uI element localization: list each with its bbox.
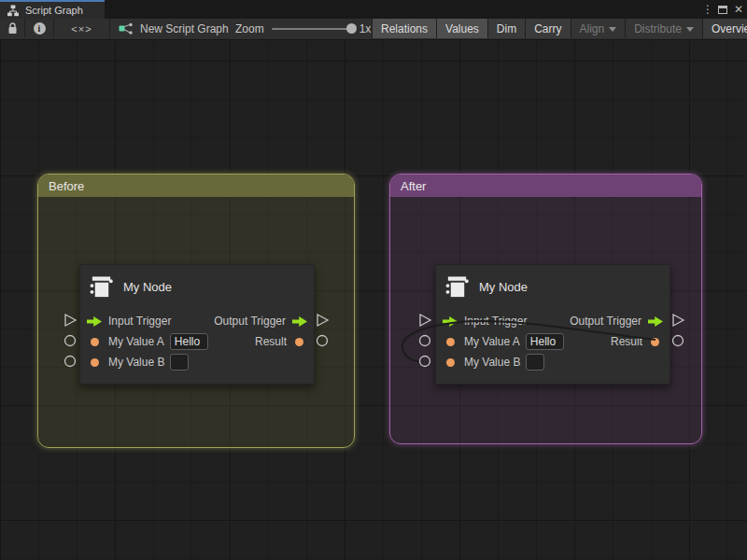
maximize-icon[interactable] <box>718 6 727 14</box>
lock-icon <box>7 22 18 35</box>
inspect-code-button[interactable]: <×> <box>54 19 110 38</box>
value-port-icon <box>446 338 455 346</box>
unit-node-icon <box>444 274 470 300</box>
unit-node-icon <box>89 274 114 300</box>
port-label-input-trigger: Input Trigger <box>464 315 527 328</box>
distribute-button[interactable]: Distribute <box>625 19 702 38</box>
value-b-row: My Value B <box>436 352 669 372</box>
port-label-value-a: My Value A <box>108 335 164 348</box>
zoom-control: Zoom 1x <box>235 19 371 38</box>
overview-button[interactable]: Overview <box>702 19 747 38</box>
value-port-icon <box>651 338 659 346</box>
lock-button[interactable] <box>0 19 25 38</box>
node-title: My Node <box>123 280 172 294</box>
trigger-row: Input Trigger Output Trigger <box>436 311 669 331</box>
value-b-row: My Value B <box>80 352 314 372</box>
node-header[interactable]: My Node <box>80 265 314 308</box>
group-before-header[interactable]: Before <box>38 175 354 197</box>
flow-output-icon <box>648 316 663 327</box>
graph-canvas[interactable]: Before After My Node <box>0 40 747 560</box>
toolbar-toggle-buttons: Relations Values Dim Carry Align Distrib… <box>372 19 747 38</box>
value-a-row: My Value A Result <box>80 331 314 352</box>
tab-label: Script Graph <box>25 5 83 16</box>
tab-script-graph[interactable]: Script Graph <box>0 0 105 19</box>
node-title: My Node <box>479 280 528 294</box>
port-label-value-b: My Value B <box>108 356 164 369</box>
port-label-input-trigger: Input Trigger <box>108 315 171 328</box>
port-label-output-trigger: Output Trigger <box>214 315 286 328</box>
port-label-result: Result <box>255 335 287 348</box>
node-my-node-after[interactable]: My Node Input Trigger Output Trigger My … <box>435 264 670 385</box>
values-button[interactable]: Values <box>436 19 487 38</box>
value-port-icon <box>91 338 99 346</box>
code-angle-icon: <×> <box>71 23 92 35</box>
chevron-down-icon <box>686 27 694 32</box>
value-b-input[interactable] <box>170 354 189 371</box>
port-label-result: Result <box>611 335 642 348</box>
zoom-slider[interactable] <box>272 28 352 30</box>
script-graph-tab-icon <box>7 5 20 17</box>
value-b-input[interactable] <box>526 354 544 371</box>
graph-toolbar: i <×> New Script Graph Zoom 1x Relations <box>0 19 747 40</box>
script-graph-window: Script Graph ⋮ ✕ i <×> <box>0 0 747 560</box>
value-port-icon <box>91 358 99 367</box>
value-a-row: My Value A Result <box>436 331 669 352</box>
close-icon[interactable]: ✕ <box>734 3 743 16</box>
group-title: Before <box>49 179 84 193</box>
flow-input-icon <box>443 316 458 327</box>
port-label-output-trigger: Output Trigger <box>570 315 641 328</box>
group-title: After <box>401 179 426 193</box>
dim-button[interactable]: Dim <box>487 19 525 38</box>
trigger-row: Input Trigger Output Trigger <box>80 311 314 331</box>
zoom-label: Zoom <box>235 22 264 35</box>
toolbar-left-icons: i <×> <box>0 19 110 38</box>
relations-button[interactable]: Relations <box>372 19 436 38</box>
graph-asset-icon <box>119 22 134 35</box>
value-a-input[interactable] <box>526 333 564 350</box>
chevron-down-icon <box>609 27 616 32</box>
carry-button[interactable]: Carry <box>525 19 570 38</box>
kebab-menu-icon[interactable]: ⋮ <box>702 3 712 16</box>
info-icon: i <box>34 22 46 35</box>
align-button[interactable]: Align <box>571 19 626 38</box>
info-button[interactable]: i <box>25 19 54 38</box>
graph-title-area: New Script Graph <box>119 19 229 38</box>
port-label-value-a: My Value A <box>464 335 520 348</box>
zoom-slider-handle[interactable] <box>346 23 357 34</box>
graph-name: New Script Graph <box>140 22 229 35</box>
tab-strip: Script Graph ⋮ ✕ <box>0 0 747 19</box>
node-header[interactable]: My Node <box>436 265 669 308</box>
port-label-value-b: My Value B <box>464 356 520 369</box>
value-a-input[interactable] <box>170 333 208 350</box>
value-port-icon <box>446 358 455 367</box>
window-controls: ⋮ ✕ <box>702 0 743 19</box>
flow-output-icon <box>292 316 307 327</box>
group-after-header[interactable]: After <box>390 175 701 197</box>
flow-input-icon <box>87 316 102 327</box>
value-port-icon <box>295 338 303 346</box>
node-my-node-before[interactable]: My Node Input Trigger Output Trigger My … <box>79 264 315 385</box>
zoom-value: 1x <box>359 22 372 35</box>
